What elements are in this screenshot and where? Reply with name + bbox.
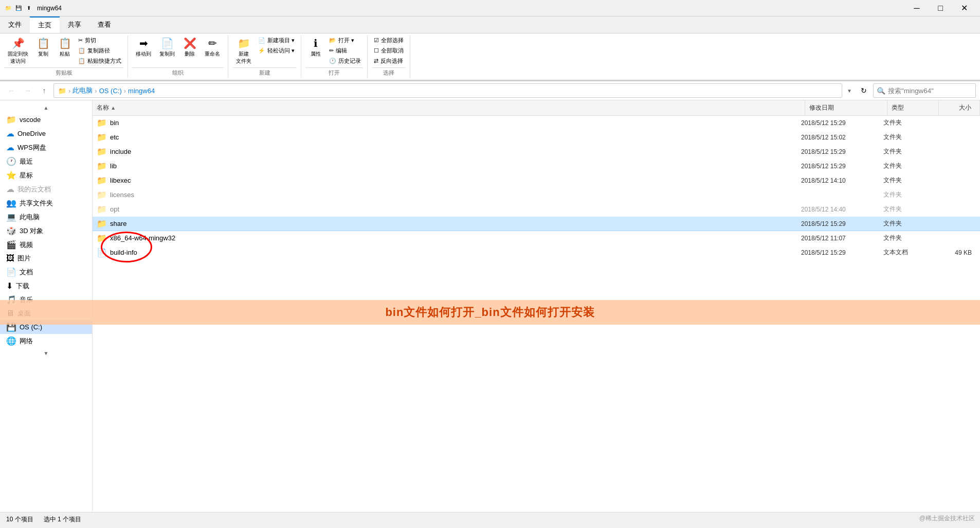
- copy-button[interactable]: 📋 复制: [33, 36, 53, 59]
- file-item-buildinfo[interactable]: 📄 build-info 2018/5/12 15:29 文本文档 49 KB: [93, 245, 980, 260]
- tab-home[interactable]: 主页: [30, 16, 60, 33]
- path-mingw64[interactable]: mingw64: [128, 87, 155, 95]
- file-item-libexec[interactable]: 📁 libexec 2018/5/12 14:10 文件夹: [93, 173, 980, 188]
- easy-access-icon: ⚡: [258, 47, 265, 54]
- move-to-button[interactable]: ➡ 移动到: [132, 36, 155, 59]
- pc-icon: 💻: [6, 212, 16, 222]
- easy-access-label: 轻松访问 ▾: [267, 47, 295, 55]
- new-group-label: 新建: [232, 67, 297, 78]
- file-item-opt[interactable]: 📁 opt 2018/5/12 14:40 文件夹: [93, 202, 980, 217]
- sidebar-item-documents[interactable]: 📄 文档: [0, 265, 92, 279]
- ribbon-group-new: 📁 新建文件夹 📄 新建项目 ▾ ⚡ 轻松访问 ▾ 新建: [228, 36, 301, 78]
- new-folder-label: 新建文件夹: [236, 50, 251, 65]
- sidebar-item-starred[interactable]: ⭐ 星标: [0, 168, 92, 182]
- file-name-libexec: 📁 libexec: [97, 175, 801, 185]
- move-label: 移动到: [136, 50, 151, 58]
- rename-button[interactable]: ✏ 重命名: [201, 36, 224, 59]
- file-item-share[interactable]: 📁 share 2018/5/12 15:29 文件夹: [93, 217, 980, 231]
- properties-button[interactable]: ℹ 属性: [305, 36, 326, 59]
- path-osc[interactable]: OS (C:): [99, 87, 122, 95]
- sidebar-item-pictures[interactable]: 🖼 图片: [0, 252, 92, 265]
- new-folder-button[interactable]: 📁 新建文件夹: [232, 36, 255, 66]
- properties-icon: ℹ: [314, 37, 318, 49]
- file-item-etc[interactable]: 📁 etc 2018/5/12 15:02 文件夹: [93, 130, 980, 145]
- paste-button[interactable]: 📋 粘贴: [55, 36, 75, 59]
- file-type-buildinfo: 文本文档: [883, 248, 935, 257]
- sidebar-item-thispc[interactable]: 💻 此电脑: [0, 210, 92, 224]
- file-label-bin: bin: [110, 119, 119, 127]
- folder-icon-lib: 📁: [97, 161, 107, 171]
- sidebar-item-sharedfolder[interactable]: 👥 共享文件夹: [0, 196, 92, 210]
- pin-to-quickaccess-button[interactable]: 📌 固定到快速访问: [4, 36, 32, 66]
- sidebar-item-3dobjects[interactable]: 🎲 3D 对象: [0, 224, 92, 238]
- col-header-type[interactable]: 类型: [887, 100, 939, 115]
- folder-icon-x86: 📁: [97, 233, 107, 243]
- window-controls: ─ □ ✕: [905, 0, 976, 16]
- sidebar-item-videos[interactable]: 🎬 视频: [0, 238, 92, 252]
- folder-icon-licenses: 📁: [97, 190, 107, 200]
- sidebar-item-downloads[interactable]: ⬇ 下载: [0, 279, 92, 293]
- tab-file[interactable]: 文件: [0, 16, 30, 33]
- col-header-size[interactable]: 大小: [939, 100, 980, 115]
- sidebar-item-label-wps: WPS网盘: [17, 143, 46, 152]
- sidebar-item-wps[interactable]: ☁ WPS网盘: [0, 140, 92, 154]
- invert-select-button[interactable]: ⇄ 反向选择: [372, 56, 406, 66]
- forward-button[interactable]: →: [21, 83, 35, 98]
- file-name-licenses: 📁 licenses: [97, 190, 801, 200]
- sidebar-scroll-down[interactable]: ▼: [0, 348, 92, 358]
- sidebar-item-onedrive[interactable]: ☁ OneDrive: [0, 127, 92, 140]
- sidebar-item-label-thispc: 此电脑: [20, 213, 40, 222]
- col-header-date[interactable]: 修改日期: [805, 100, 887, 115]
- history-button[interactable]: 🕐 历史记录: [327, 56, 363, 66]
- network-icon: 🌐: [6, 336, 16, 346]
- select-all-icon: ☑: [374, 37, 379, 44]
- new-small-group: 📄 新建项目 ▾ ⚡ 轻松访问 ▾: [256, 36, 297, 56]
- address-path[interactable]: 📁 › 此电脑 › OS (C:) › mingw64: [53, 83, 842, 98]
- edit-button[interactable]: ✏ 编辑: [327, 46, 363, 56]
- paste-shortcut-button[interactable]: 📋 粘贴快捷方式: [76, 56, 123, 66]
- col-header-name[interactable]: 名称 ▲: [93, 100, 805, 115]
- tab-view[interactable]: 查看: [89, 16, 119, 33]
- sidebar-item-label-pictures: 图片: [17, 254, 31, 263]
- search-input[interactable]: [873, 83, 976, 98]
- sidebar-item-recent[interactable]: 🕐 最近: [0, 154, 92, 168]
- star-icon: ⭐: [6, 170, 16, 180]
- easy-access-button[interactable]: ⚡ 轻松访问 ▾: [256, 46, 297, 56]
- select-none-button[interactable]: ☐ 全部取消: [372, 46, 406, 56]
- select-all-button[interactable]: ☑ 全部选择: [372, 36, 406, 45]
- sidebar-scroll-up[interactable]: ▲: [0, 102, 92, 113]
- doc-icon-buildinfo: 📄: [97, 248, 107, 257]
- refresh-button[interactable]: ↻: [857, 83, 871, 98]
- sidebar-item-vscode[interactable]: 📁 vscode: [0, 113, 92, 127]
- file-item-licenses[interactable]: 📁 licenses 文件夹: [93, 188, 980, 202]
- file-item-include[interactable]: 📁 include 2018/5/12 15:29 文件夹: [93, 145, 980, 159]
- file-type-x86: 文件夹: [883, 234, 935, 242]
- clipboard-small-group: ✂ 剪切 📋 复制路径 📋 粘贴快捷方式: [76, 36, 123, 66]
- paste-shortcut-icon: 📋: [78, 58, 85, 64]
- tab-share[interactable]: 共享: [60, 16, 89, 33]
- up-button[interactable]: ↑: [37, 83, 51, 98]
- back-button[interactable]: ←: [4, 83, 19, 98]
- ribbon: 文件 主页 共享 查看 📌 固定到快速访问 📋 复制 📋 粘贴: [0, 16, 980, 81]
- video-icon: 🎬: [6, 240, 16, 250]
- minimize-button[interactable]: ─: [905, 0, 929, 16]
- cut-button[interactable]: ✂ 剪切: [76, 36, 123, 45]
- path-thispc[interactable]: 此电脑: [72, 86, 93, 95]
- file-item-lib[interactable]: 📁 lib 2018/5/12 15:29 文件夹: [93, 159, 980, 173]
- delete-button[interactable]: ❌ 删除: [179, 36, 200, 59]
- ribbon-group-open: ℹ 属性 📂 打开 ▾ ✏ 编辑 🕐 历史记录: [301, 36, 368, 78]
- sidebar-item-mycloudocs[interactable]: ☁ 我的云文档: [0, 182, 92, 196]
- maximize-button[interactable]: □: [929, 0, 952, 16]
- close-button[interactable]: ✕: [952, 0, 976, 16]
- paste-icon: 📋: [59, 37, 71, 49]
- address-dropdown-button[interactable]: ▼: [844, 83, 855, 98]
- file-item-x86[interactable]: 📁 x86_64-w64-mingw32 2018/5/12 11:07 文件夹: [93, 231, 980, 245]
- copy-path-button[interactable]: 📋 复制路径: [76, 46, 123, 56]
- file-item-bin[interactable]: 📁 bin 2018/5/12 15:29 文件夹: [93, 116, 980, 130]
- new-item-button[interactable]: 📄 新建项目 ▾: [256, 36, 297, 45]
- cloud-icon-wps: ☁: [6, 143, 14, 152]
- sidebar-item-network[interactable]: 🌐 网络: [0, 334, 92, 348]
- copy-to-button[interactable]: 📄 复制到: [156, 36, 178, 59]
- open-button[interactable]: 📂 打开 ▾: [327, 36, 363, 45]
- file-name-include: 📁 include: [97, 147, 801, 156]
